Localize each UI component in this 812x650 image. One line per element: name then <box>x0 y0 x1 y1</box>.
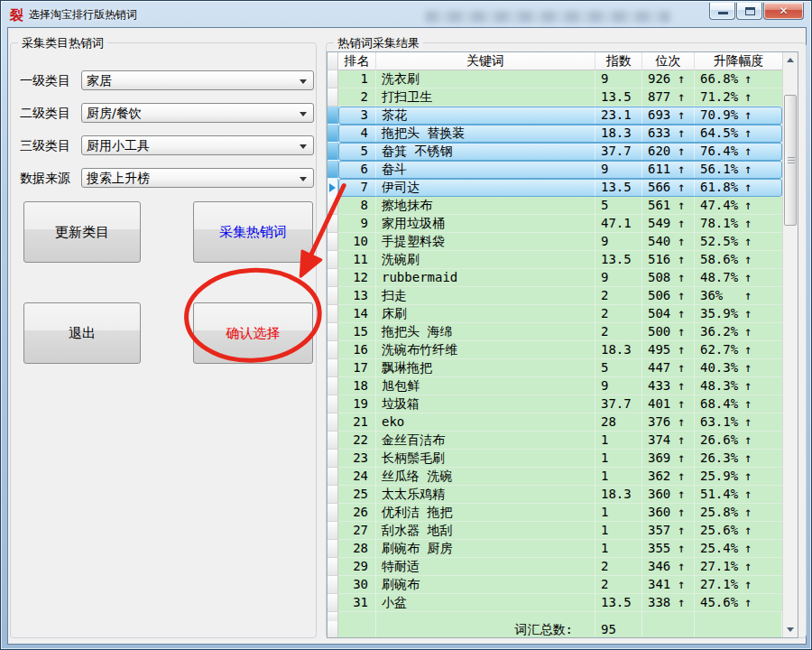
row-gutter[interactable] <box>328 576 338 594</box>
table-row[interactable]: 3 茶花 23.1 693 ↑ 70.9% ↑ <box>328 107 782 125</box>
table-row[interactable]: 8 擦地抹布 5 561 ↑ 47.4% ↑ <box>328 197 782 215</box>
row-gutter[interactable] <box>328 233 338 251</box>
table-row[interactable]: 13 扫走 2 506 ↑ 36% ↑ <box>328 287 782 305</box>
vertical-scrollbar[interactable] <box>782 52 798 637</box>
table-row[interactable]: 10 手提塑料袋 9 540 ↑ 52.5% ↑ <box>328 233 782 251</box>
row-gutter[interactable] <box>328 161 338 179</box>
cell-change: 58.6% ↑ <box>695 251 782 269</box>
table-row[interactable]: 12 rubbermaid 9 508 ↑ 48.7% ↑ <box>328 269 782 287</box>
cell-position: 374 ↑ <box>642 432 695 450</box>
row-gutter[interactable] <box>328 522 338 540</box>
up-arrow: ↑ <box>675 576 687 593</box>
row-gutter[interactable] <box>328 125 338 143</box>
table-row[interactable]: 19 垃圾箱 37.7 401 ↑ 68.4% ↑ <box>328 395 782 413</box>
exit-button[interactable]: 退出 <box>23 302 141 364</box>
table-row[interactable]: 7 伊司达 13.5 566 ↑ 61.8% ↑ <box>328 179 782 197</box>
minimize-button[interactable] <box>709 3 735 20</box>
row-gutter[interactable] <box>328 179 338 197</box>
row-gutter[interactable] <box>328 107 338 125</box>
table-row[interactable]: 5 畚箕 不锈钢 37.7 620 ↑ 76.4% ↑ <box>328 143 782 161</box>
header-position[interactable]: 位次 <box>642 52 695 70</box>
title-bar[interactable]: 裂 选择淘宝排行版热销词 ✕ <box>3 3 809 27</box>
table-row[interactable]: 23 长柄鬃毛刷 1 369 ↑ 26.3% ↑ <box>328 450 782 468</box>
cell-change-value: 25.9% <box>695 468 742 485</box>
row-gutter[interactable] <box>328 287 338 305</box>
data-source-select[interactable]: 搜索上升榜 <box>81 168 314 188</box>
close-button[interactable]: ✕ <box>763 3 804 20</box>
header-rank[interactable]: 排名 <box>338 52 376 70</box>
row-gutter[interactable] <box>328 450 338 468</box>
table-row[interactable]: 27 刮水器 地刮 1 357 ↑ 25.6% ↑ <box>328 522 782 540</box>
level1-category-select[interactable]: 家居 <box>81 70 314 90</box>
row-gutter[interactable] <box>328 70 338 88</box>
table-row[interactable]: 14 床刷 2 504 ↑ 35.9% ↑ <box>328 305 782 323</box>
row-gutter[interactable] <box>328 540 338 558</box>
row-gutter[interactable] <box>328 143 338 161</box>
row-gutter[interactable] <box>328 341 338 359</box>
collect-hot-words-button[interactable]: 采集热销词 <box>193 201 313 263</box>
row-gutter[interactable] <box>328 594 338 612</box>
level2-category-select[interactable]: 厨房/餐饮 <box>81 103 314 123</box>
row-gutter[interactable] <box>328 486 338 504</box>
confirm-selection-button[interactable]: 确认选择 <box>193 302 313 364</box>
cell-change: 56.1% ↑ <box>695 161 782 179</box>
row-gutter[interactable] <box>328 504 338 522</box>
cell-rank: 2 <box>338 88 376 107</box>
header-index[interactable]: 指数 <box>595 52 642 70</box>
table-row[interactable]: 1 洗衣刷 9 926 ↑ 66.8% ↑ <box>328 70 782 88</box>
cell-position: 447 ↑ <box>642 359 695 377</box>
cell-position-value: 355 <box>642 540 675 557</box>
row-gutter[interactable] <box>328 323 338 341</box>
table-row[interactable]: 26 优利洁 拖把 1 360 ↑ 25.8% ↑ <box>328 504 782 522</box>
table-row[interactable]: 15 拖把头 海绵 2 500 ↑ 36.2% ↑ <box>328 323 782 341</box>
update-categories-button[interactable]: 更新类目 <box>23 201 141 263</box>
table-row[interactable]: 11 洗碗刷 13.5 516 ↑ 58.6% ↑ <box>328 251 782 269</box>
cell-rank: 18 <box>338 377 376 395</box>
up-arrow: ↑ <box>742 233 754 250</box>
header-keyword[interactable]: 关键词 <box>376 52 595 70</box>
table-row[interactable]: 22 金丝百洁布 1 374 ↑ 26.6% ↑ <box>328 432 782 450</box>
up-arrow: ↑ <box>675 179 687 196</box>
table-row[interactable]: 17 飘琳拖把 5 447 ↑ 40.3% ↑ <box>328 359 782 377</box>
row-gutter[interactable] <box>328 88 338 107</box>
cell-keyword: 垃圾箱 <box>376 395 595 413</box>
table-row[interactable]: 2 打扫卫生 13.5 877 ↑ 71.2% ↑ <box>328 88 782 107</box>
table-row[interactable]: 30 刷碗布 2 341 ↑ 27.1% ↑ <box>328 576 782 594</box>
row-gutter[interactable] <box>328 305 338 323</box>
header-change[interactable]: 升降幅度 <box>695 52 782 70</box>
row-gutter[interactable] <box>328 432 338 450</box>
scroll-up-button[interactable] <box>783 52 798 68</box>
row-gutter[interactable] <box>328 413 338 432</box>
row-gutter[interactable] <box>328 377 338 395</box>
scrollbar-thumb[interactable] <box>784 95 797 226</box>
cell-rank: 26 <box>338 504 376 522</box>
cell-keyword: 金丝百洁布 <box>376 432 595 450</box>
table-row[interactable]: 28 刷碗布 厨房 1 355 ↑ 25.4% ↑ <box>328 540 782 558</box>
level3-category-select[interactable]: 厨用小工具 <box>81 135 314 155</box>
table-row[interactable]: 4 拖把头 替换装 18.3 633 ↑ 64.5% ↑ <box>328 125 782 143</box>
row-gutter[interactable] <box>328 395 338 413</box>
row-gutter[interactable] <box>328 269 338 287</box>
maximize-button[interactable] <box>736 3 762 20</box>
scroll-down-button[interactable] <box>783 622 798 637</box>
table-row[interactable]: 25 太太乐鸡精 18.3 360 ↑ 51.4% ↑ <box>328 486 782 504</box>
cell-rank: 4 <box>338 125 376 143</box>
row-gutter[interactable] <box>328 251 338 269</box>
table-row[interactable]: 21 eko 28 376 ↑ 63.1% ↑ <box>328 413 782 432</box>
table-row[interactable]: 9 家用垃圾桶 47.1 549 ↑ 78.1% ↑ <box>328 215 782 233</box>
table-row[interactable]: 29 特耐适 2 346 ↑ 27.1% ↑ <box>328 558 782 576</box>
row-gutter[interactable] <box>328 215 338 233</box>
row-gutter[interactable] <box>328 558 338 576</box>
cell-position: 495 ↑ <box>642 341 695 359</box>
cell-change-value: 36.2% <box>695 323 742 340</box>
table-row[interactable]: 24 丝瓜络 洗碗 1 362 ↑ 25.9% ↑ <box>328 468 782 486</box>
row-gutter[interactable] <box>328 197 338 215</box>
table-row[interactable]: 18 旭包鲜 9 433 ↑ 48.3% ↑ <box>328 377 782 395</box>
table-row[interactable]: 6 畚斗 9 611 ↑ 56.1% ↑ <box>328 161 782 179</box>
table-row[interactable]: 16 洗碗布竹纤维 18.3 495 ↑ 62.7% ↑ <box>328 341 782 359</box>
table-row[interactable]: 31 小盆 13.5 338 ↑ 45.6% ↑ <box>328 594 782 612</box>
row-gutter[interactable] <box>328 468 338 486</box>
cell-change-value: 45.6% <box>695 594 742 611</box>
row-gutter[interactable] <box>328 359 338 377</box>
results-panel-title: 热销词采集结果 <box>334 35 423 51</box>
